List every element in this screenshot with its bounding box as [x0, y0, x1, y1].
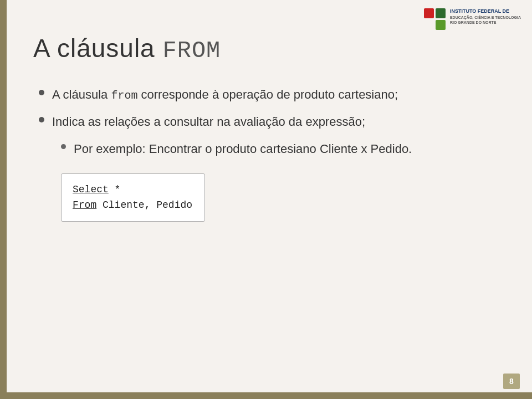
bullet1-text-before: A cláusula	[52, 88, 111, 101]
logo-line3: RIO GRANDE DO NORTE	[450, 20, 521, 25]
code-block: Select * From Cliente, Pedido	[61, 173, 205, 222]
bullet-dot-2	[39, 117, 44, 122]
title-regular: A cláusula	[33, 34, 155, 63]
logo-sq-red	[424, 8, 434, 18]
sub-bullet-item: Por exemplo: Encontrar o produto cartesi…	[61, 141, 499, 158]
code-line-2: From Cliente, Pedido	[73, 197, 193, 213]
bullet-text-2: Indica as relações a consultar na avalia…	[52, 114, 365, 131]
slide-title: A cláusula FROM	[33, 33, 499, 64]
bullet-item-2: Indica as relações a consultar na avalia…	[39, 114, 499, 131]
logo-text: INSTITUTO FEDERAL DE EDUCAÇÃO, CIÊNCIA E…	[450, 8, 521, 25]
bullet1-text-after: corresponde à operação de produto cartes…	[137, 88, 398, 101]
logo-area: INSTITUTO FEDERAL DE EDUCAÇÃO, CIÊNCIA E…	[424, 8, 521, 30]
sub-bullet-text: Por exemplo: Encontrar o produto cartesi…	[74, 141, 412, 158]
sub-bullet-dot	[61, 144, 66, 149]
content-area: A cláusula from corresponde à operação d…	[33, 86, 499, 222]
code-rest-1: *	[109, 184, 121, 195]
title-area: A cláusula FROM	[33, 33, 499, 64]
logo-line2: EDUCAÇÃO, CIÊNCIA E TECNOLOGIA	[450, 15, 521, 20]
code-rest-2: Cliente, Pedido	[96, 200, 192, 211]
code-keyword-select: Select	[73, 184, 109, 195]
slide: INSTITUTO FEDERAL DE EDUCAÇÃO, CIÊNCIA E…	[0, 0, 532, 399]
bullet-dot-1	[39, 90, 44, 95]
page-number: 8	[503, 374, 520, 389]
code-line-1: Select *	[73, 182, 193, 198]
bullet-text-1: A cláusula from corresponde à operação d…	[52, 86, 398, 104]
logo-sq-empty	[424, 20, 434, 30]
logo-line1: INSTITUTO FEDERAL DE	[450, 8, 521, 15]
logo-sq-green-light	[436, 20, 446, 30]
title-code: FROM	[162, 38, 221, 64]
code-keyword-from: From	[73, 200, 96, 211]
logo-squares	[424, 8, 446, 30]
bullet-item-1: A cláusula from corresponde à operação d…	[39, 86, 499, 104]
bullet1-code: from	[111, 89, 137, 102]
logo-sq-green-dark	[436, 8, 446, 18]
